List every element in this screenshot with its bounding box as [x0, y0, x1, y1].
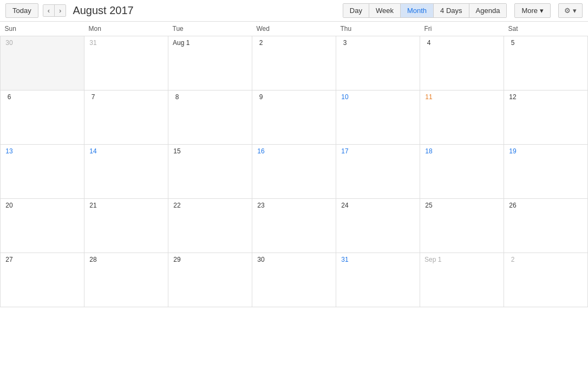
day-num-1-0: 6: [4, 93, 15, 101]
day-num-1-1: 7: [88, 93, 99, 101]
day-cell-3-6[interactable]: 26: [504, 199, 588, 253]
month-title: August 2017: [73, 4, 154, 17]
today-button[interactable]: Today: [5, 3, 38, 18]
view-agenda-button[interactable]: Agenda: [469, 4, 507, 17]
day-cell-4-1[interactable]: 28: [84, 253, 168, 307]
header-tue: Tue: [168, 22, 252, 36]
day-num-0-5: 4: [423, 38, 434, 47]
day-num-4-5: Sep 1: [423, 255, 442, 264]
day-num-3-4: 24: [339, 201, 350, 210]
header-sat: Sat: [504, 22, 588, 36]
day-num-4-0: 27: [4, 255, 15, 264]
day-num-2-4: 17: [339, 147, 350, 156]
day-num-3-6: 26: [507, 201, 518, 210]
day-cell-4-2[interactable]: 29: [168, 253, 252, 307]
day-cell-1-4[interactable]: 10: [336, 90, 420, 145]
day-num-0-1: 31: [88, 38, 99, 47]
nav-group: ‹ ›: [43, 4, 67, 17]
more-button[interactable]: More ▾: [514, 3, 551, 18]
next-button[interactable]: ›: [55, 5, 66, 16]
day-num-3-3: 23: [256, 201, 266, 210]
settings-button[interactable]: ⚙ ▾: [558, 3, 583, 18]
day-num-1-4: 10: [339, 93, 350, 101]
day-num-3-5: 25: [423, 201, 434, 210]
day-cell-0-0[interactable]: 30: [1, 36, 84, 90]
day-num-2-1: 14: [88, 147, 99, 156]
day-cell-3-5[interactable]: 25: [420, 199, 504, 253]
day-cell-4-6[interactable]: 2: [504, 253, 588, 307]
day-num-2-0: 13: [4, 147, 15, 156]
view-day-button[interactable]: Day: [343, 4, 369, 17]
gear-arrow-icon: ▾: [573, 7, 577, 15]
day-cell-1-6[interactable]: 12: [504, 90, 588, 145]
day-cell-1-5[interactable]: 11: [420, 90, 504, 145]
day-num-4-4: 31: [339, 255, 350, 264]
day-cell-2-1[interactable]: 14: [84, 145, 168, 199]
calendar-header: Today ‹ › August 2017 Day Week Month 4 D…: [0, 0, 588, 22]
header-sun: Sun: [1, 22, 84, 36]
calendar-grid: Sun Mon Tue Wed Thu Fri Sat 3031Aug 1234…: [0, 22, 588, 307]
day-cell-0-3[interactable]: 2: [252, 36, 336, 90]
prev-button[interactable]: ‹: [43, 5, 55, 16]
day-cell-2-3[interactable]: 16: [252, 145, 336, 199]
day-cell-0-2[interactable]: Aug 1: [168, 36, 252, 90]
view-buttons: Day Week Month 4 Days Agenda: [343, 3, 507, 18]
week-row-4: 2728293031Sep 12: [1, 253, 588, 307]
more-arrow-icon: ▾: [540, 7, 544, 15]
day-cell-1-3[interactable]: 9: [252, 90, 336, 145]
day-num-3-0: 20: [4, 201, 15, 210]
day-cell-3-2[interactable]: 22: [168, 199, 252, 253]
day-cell-3-1[interactable]: 21: [84, 199, 168, 253]
day-cell-1-1[interactable]: 7: [84, 90, 168, 145]
day-num-0-2: Aug 1: [172, 38, 191, 47]
day-cell-4-0[interactable]: 27: [1, 253, 84, 307]
day-num-2-5: 18: [423, 147, 434, 156]
view-month-button[interactable]: Month: [401, 4, 434, 17]
day-cell-2-0[interactable]: 13: [1, 145, 84, 199]
day-cell-2-6[interactable]: 19: [504, 145, 588, 199]
day-header-row: Sun Mon Tue Wed Thu Fri Sat: [1, 22, 588, 36]
day-cell-4-4[interactable]: 31: [336, 253, 420, 307]
day-num-2-3: 16: [256, 147, 266, 156]
day-num-2-6: 19: [507, 147, 518, 156]
day-num-0-4: 3: [339, 38, 350, 47]
day-num-1-6: 12: [507, 93, 518, 101]
day-cell-0-5[interactable]: 4: [420, 36, 504, 90]
day-cell-3-4[interactable]: 24: [336, 199, 420, 253]
day-num-3-2: 22: [172, 201, 182, 210]
day-cell-3-0[interactable]: 20: [1, 199, 84, 253]
day-cell-0-1[interactable]: 31: [84, 36, 168, 90]
day-cell-0-4[interactable]: 3: [336, 36, 420, 90]
week-row-1: 6789101112: [1, 90, 588, 145]
day-cell-3-3[interactable]: 23: [252, 199, 336, 253]
day-cell-2-2[interactable]: 15: [168, 145, 252, 199]
day-num-1-3: 9: [256, 93, 266, 101]
day-cell-2-4[interactable]: 17: [336, 145, 420, 199]
day-num-1-5: 11: [423, 93, 434, 101]
view-4days-button[interactable]: 4 Days: [434, 4, 469, 17]
header-thu: Thu: [336, 22, 420, 36]
week-row-2: 13141516171819: [1, 145, 588, 199]
day-num-4-6: 2: [507, 255, 518, 264]
day-num-0-6: 5: [507, 38, 518, 47]
day-num-2-2: 15: [172, 147, 182, 156]
day-cell-1-0[interactable]: 6: [1, 90, 84, 145]
header-mon: Mon: [84, 22, 168, 36]
week-row-0: 3031Aug 12345: [1, 36, 588, 90]
day-cell-4-3[interactable]: 30: [252, 253, 336, 307]
header-fri: Fri: [420, 22, 504, 36]
week-row-3: 20212223242526: [1, 199, 588, 253]
day-num-4-2: 29: [172, 255, 182, 264]
day-num-3-1: 21: [88, 201, 99, 210]
header-wed: Wed: [252, 22, 336, 36]
day-num-0-0: 30: [4, 38, 15, 47]
gear-icon: ⚙: [564, 7, 571, 15]
view-week-button[interactable]: Week: [369, 4, 401, 17]
more-label: More: [521, 7, 538, 15]
day-num-4-3: 30: [256, 255, 266, 264]
day-cell-0-6[interactable]: 5: [504, 36, 588, 90]
day-cell-4-5[interactable]: Sep 1: [420, 253, 504, 307]
day-num-4-1: 28: [88, 255, 99, 264]
day-cell-1-2[interactable]: 8: [168, 90, 252, 145]
day-cell-2-5[interactable]: 18: [420, 145, 504, 199]
